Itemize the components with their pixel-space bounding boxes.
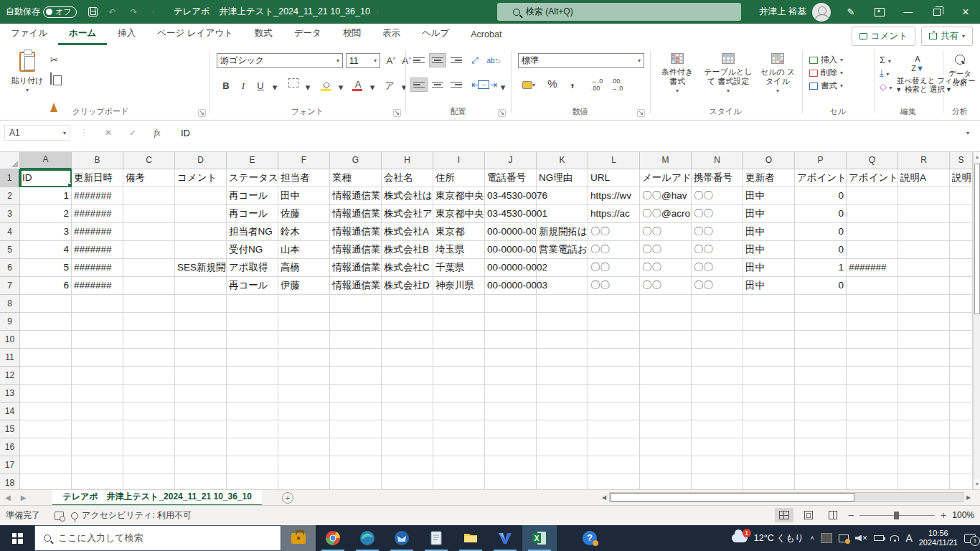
avatar[interactable] <box>812 3 831 22</box>
cell-Q8[interactable] <box>847 295 898 313</box>
cell-J8[interactable] <box>485 295 537 313</box>
cell-R7[interactable] <box>898 277 950 295</box>
cell-O14[interactable] <box>743 402 795 420</box>
cell-I4[interactable]: 東京都 <box>433 223 485 241</box>
cell-M7[interactable]: 〇〇 <box>640 277 692 295</box>
cell-E3[interactable]: 再コール <box>227 205 278 223</box>
cell-H2[interactable]: 株式会社は <box>382 187 433 205</box>
cell-O2[interactable]: 田中 <box>743 187 795 205</box>
cell-G16[interactable] <box>330 438 382 456</box>
ribbon-tab-挿入[interactable]: 挿入 <box>107 22 146 45</box>
accessibility-status[interactable]: アクセシビリティ: 利用不可 <box>82 509 192 522</box>
ribbon-tab-ファイル[interactable]: ファイル <box>0 22 58 45</box>
underline-dropdown[interactable]: ▾ <box>267 80 283 95</box>
cell-G13[interactable] <box>330 385 382 402</box>
cell-R13[interactable] <box>898 385 950 402</box>
zoom-in-button[interactable]: + <box>941 509 946 521</box>
cell-B5[interactable]: ####### <box>72 241 123 259</box>
cell-O7[interactable]: 田中 <box>743 277 795 295</box>
cell-A4[interactable]: 3 <box>20 223 72 241</box>
fill-color-button[interactable]: ◇ <box>319 77 334 92</box>
ribbon-tab-Acrobat[interactable]: Acrobat <box>460 24 512 45</box>
cell-J17[interactable] <box>485 456 537 474</box>
cell-F5[interactable]: 山本 <box>278 241 330 259</box>
cell-P9[interactable] <box>795 313 847 331</box>
column-header-P[interactable]: P <box>795 152 847 169</box>
cell-D1[interactable]: コメント <box>175 169 227 187</box>
cell-M15[interactable] <box>640 420 692 438</box>
cell-C9[interactable] <box>123 313 175 331</box>
weather-cloud-icon[interactable]: 1 <box>732 534 748 542</box>
decrease-decimal-button[interactable]: .00→.0 <box>608 77 626 92</box>
cell-I5[interactable]: 埼玉県 <box>433 241 485 259</box>
cell-M12[interactable] <box>640 367 692 385</box>
cell-I15[interactable] <box>433 420 485 438</box>
quick-access-menu[interactable]: ▾ <box>146 0 161 24</box>
cell-F8[interactable] <box>278 295 330 313</box>
alignment-dialog-launcher[interactable]: ↘ <box>498 109 506 117</box>
minimize-button[interactable]: — <box>894 0 923 24</box>
cell-C4[interactable] <box>123 223 175 241</box>
cell-O8[interactable] <box>743 295 795 313</box>
cell-C5[interactable] <box>123 241 175 259</box>
cell-H11[interactable] <box>382 349 433 367</box>
cell-M14[interactable] <box>640 402 692 420</box>
formula-bar-expand[interactable]: ▾ <box>958 125 977 141</box>
cell-M16[interactable] <box>640 438 692 456</box>
cell-I7[interactable]: 神奈川県 <box>433 277 485 295</box>
cell-C12[interactable] <box>123 367 175 385</box>
cell-D14[interactable] <box>175 402 227 420</box>
increase-font-icon[interactable]: A˄ <box>383 52 399 66</box>
row-header-14[interactable]: 14 <box>0 402 20 420</box>
cell-I3[interactable]: 東京都中央区 <box>433 205 485 223</box>
cell-A5[interactable]: 4 <box>20 241 72 259</box>
cell-R8[interactable] <box>898 295 950 313</box>
cancel-entry-button[interactable]: ✕ <box>99 125 118 141</box>
cell-K10[interactable] <box>537 331 588 349</box>
orientation-button[interactable]: ⤢ <box>466 53 484 67</box>
cell-D8[interactable] <box>175 295 227 313</box>
column-header-I[interactable]: I <box>433 152 485 169</box>
taskbar-clock[interactable]: 10:56 2024/11/21 <box>919 529 958 547</box>
search-box[interactable]: 検索 (Alt+Q) <box>497 3 741 21</box>
cell-S9[interactable] <box>950 313 973 331</box>
cell-F4[interactable]: 鈴木 <box>278 223 330 241</box>
cell-N5[interactable]: 〇〇 <box>692 241 743 259</box>
cell-B6[interactable]: ####### <box>72 259 123 277</box>
cell-C13[interactable] <box>123 385 175 402</box>
cell-R12[interactable] <box>898 367 950 385</box>
cell-D9[interactable] <box>175 313 227 331</box>
cell-J12[interactable] <box>485 367 537 385</box>
cell-I13[interactable] <box>433 385 485 402</box>
cell-A17[interactable] <box>20 456 72 474</box>
cell-C14[interactable] <box>123 402 175 420</box>
zoom-out-button[interactable]: − <box>848 509 854 521</box>
cell-J13[interactable] <box>485 385 537 402</box>
cell-M10[interactable] <box>640 331 692 349</box>
cell-F11[interactable] <box>278 349 330 367</box>
cell-P11[interactable] <box>795 349 847 367</box>
cell-R11[interactable] <box>898 349 950 367</box>
cell-R6[interactable] <box>898 259 950 277</box>
cell-F12[interactable] <box>278 367 330 385</box>
cell-R5[interactable] <box>898 241 950 259</box>
cell-I6[interactable]: 千葉県 <box>433 259 485 277</box>
select-all-corner[interactable] <box>0 152 20 169</box>
cell-J7[interactable]: 00-0000-0003 <box>485 277 537 295</box>
cell-D10[interactable] <box>175 331 227 349</box>
cell-I10[interactable] <box>433 331 485 349</box>
cell-L15[interactable] <box>588 420 640 438</box>
cell-J10[interactable] <box>485 331 537 349</box>
cell-K8[interactable] <box>537 295 588 313</box>
cell-I11[interactable] <box>433 349 485 367</box>
cell-S16[interactable] <box>950 438 973 456</box>
row-header-6[interactable]: 6 <box>0 259 20 277</box>
cell-F1[interactable]: 担当者 <box>278 169 330 187</box>
page-layout-view-button[interactable] <box>799 508 818 522</box>
cell-I16[interactable] <box>433 438 485 456</box>
cell-H3[interactable]: 株式会社ア <box>382 205 433 223</box>
align-left-horizontal-button[interactable] <box>410 77 428 92</box>
cell-S15[interactable] <box>950 420 973 438</box>
cell-E9[interactable] <box>227 313 278 331</box>
cell-E11[interactable] <box>227 349 278 367</box>
